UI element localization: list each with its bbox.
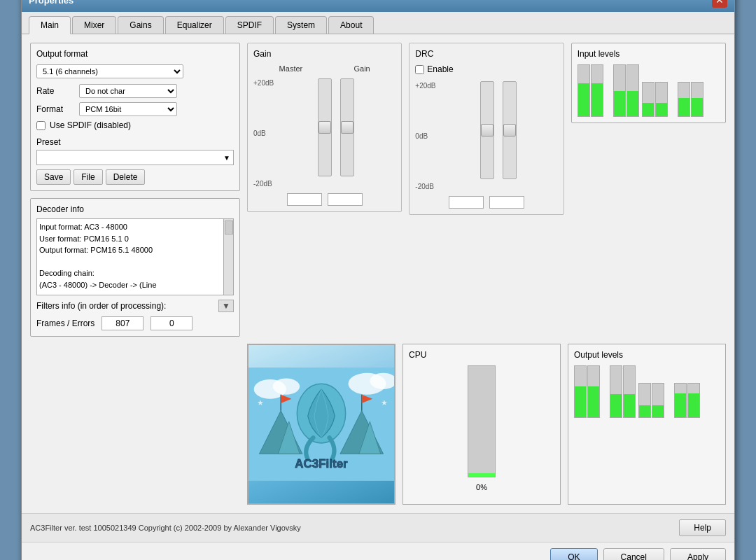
dialog-buttons: OK Cancel Apply: [22, 542, 734, 560]
decoder-line-2: User format: PCM16 5.1 0: [39, 233, 231, 245]
filters-arrow-icon[interactable]: ▼: [218, 300, 234, 312]
tab-equalizer[interactable]: Equalizer: [165, 16, 224, 34]
close-button[interactable]: ✕: [712, 0, 727, 8]
input-meter-1a: [578, 64, 590, 117]
drc-enable-label: Enable: [427, 64, 453, 74]
drc-panel: DRC Enable +20dB 0dB -20dB: [409, 43, 564, 215]
drc-value2-input[interactable]: 0: [489, 196, 524, 209]
cpu-meter: [468, 365, 496, 477]
rate-row: Rate Do not char: [36, 84, 234, 98]
help-button[interactable]: Help: [679, 519, 726, 536]
format-select[interactable]: PCM 16bit: [79, 102, 177, 116]
output-meter-2b: [623, 365, 636, 418]
save-button[interactable]: Save: [36, 169, 71, 185]
input-meter-pair-1: [578, 64, 603, 117]
input-meter-4b: [691, 82, 704, 117]
gain-title: Gain: [253, 49, 396, 59]
input-meter-2b: [626, 64, 639, 117]
decoder-line-4: [39, 256, 231, 268]
output-meter-4b: [687, 383, 700, 418]
preset-buttons: Save File Delete: [36, 169, 234, 185]
svg-point-2: [273, 379, 300, 395]
gain-db-high: +20dB: [253, 79, 274, 87]
master-value-input[interactable]: 0: [287, 193, 322, 206]
rate-select[interactable]: Do not char: [79, 84, 177, 98]
cpu-value: 0%: [409, 483, 554, 491]
frames-row: Frames / Errors 807 0: [36, 316, 234, 330]
format-row: Format PCM 16bit: [36, 102, 234, 116]
spdif-label: Use SPDIF (disabled): [50, 120, 131, 130]
drc-section: DRC Enable +20dB 0dB -20dB: [409, 43, 564, 337]
preset-section: Preset ▼ Save File Delete: [36, 137, 234, 185]
decoder-info-panel: Decoder info Input format: AC3 - 48000 U…: [30, 198, 240, 337]
tab-gains[interactable]: Gains: [118, 16, 163, 34]
gain-db-low: -20dB: [253, 180, 274, 188]
drc-slider1-track: [480, 81, 494, 179]
cpu-fill: [468, 473, 495, 477]
tab-mixer[interactable]: Mixer: [72, 16, 116, 34]
gain-db-labels: +20dB 0dB -20dB: [253, 76, 274, 188]
footer: AC3Filter ver. test 1005021349 Copyright…: [22, 513, 734, 542]
cancel-button[interactable]: Cancel: [603, 548, 664, 560]
gain-value-input[interactable]: 0: [328, 193, 363, 206]
frames-value: 807: [102, 316, 144, 330]
ac3filter-logo-svg: AC3Filter ★ ★: [248, 351, 394, 498]
tab-about[interactable]: About: [328, 16, 374, 34]
title-bar: Properties ✕: [22, 0, 734, 12]
output-levels-title: Output levels: [574, 350, 720, 360]
drc-value1-input[interactable]: 0: [449, 196, 484, 209]
drc-slider1-wrap: [480, 78, 494, 190]
cpu-title: CPU: [409, 350, 554, 360]
properties-window: Properties ✕ Main Mixer Gains Equalizer …: [21, 0, 735, 560]
drc-slider2-wrap: [503, 78, 517, 190]
spdif-row: Use SPDIF (disabled): [36, 120, 234, 130]
drc-db-mid: 0dB: [415, 132, 435, 140]
input-meter-3b: [655, 82, 668, 117]
tab-spdif[interactable]: SPDIF: [225, 16, 274, 34]
gain-slider-track: [340, 78, 354, 176]
output-format-select[interactable]: 5.1 (6 channels): [36, 64, 183, 78]
delete-button[interactable]: Delete: [106, 169, 146, 185]
drc-slider1-thumb[interactable]: [481, 124, 493, 136]
input-meter-3a: [642, 82, 654, 117]
drc-enable-checkbox[interactable]: [415, 65, 424, 74]
rate-label: Rate: [36, 86, 75, 96]
preset-label: Preset: [36, 137, 234, 147]
input-meter-1b: [591, 64, 603, 117]
input-levels-title: Input levels: [578, 49, 720, 59]
tab-system[interactable]: System: [275, 16, 327, 34]
output-meter-4a: [674, 383, 687, 418]
spdif-checkbox[interactable]: [36, 121, 46, 130]
gain-slider-thumb[interactable]: [341, 121, 354, 134]
drc-db-low: -20dB: [415, 183, 435, 190]
decoder-line-1: Input format: AC3 - 48000: [39, 221, 231, 233]
output-meter-pair-3: [638, 383, 664, 418]
window-title: Properties: [29, 0, 74, 6]
decoder-scrollbar[interactable]: [223, 219, 233, 295]
errors-value: 0: [150, 316, 192, 330]
master-label: Master: [279, 64, 303, 73]
input-levels-panel: Input levels: [571, 43, 726, 123]
output-meter-pair-4: [674, 383, 700, 418]
input-meter-pair-4: [678, 82, 704, 117]
output-meter-1a: [574, 365, 587, 418]
preset-dropdown-arrow-icon: ▼: [223, 154, 230, 162]
decoder-line-3: Output format: PCM16 5.1 48000: [39, 244, 231, 256]
decoder-text-area: Input format: AC3 - 48000 User format: P…: [36, 218, 234, 295]
svg-text:AC3Filter: AC3Filter: [295, 457, 348, 470]
copyright-text: AC3Filter ver. test 1005021349 Copyright…: [30, 524, 301, 532]
master-slider-thumb[interactable]: [318, 121, 331, 134]
gain-section: Gain Master Gain +20dB 0dB -20dB: [247, 43, 402, 337]
filters-row: Filters info (in order of processing): ▼: [36, 300, 234, 312]
file-button[interactable]: File: [74, 169, 102, 185]
ok-button[interactable]: OK: [550, 548, 597, 560]
tab-main[interactable]: Main: [29, 16, 71, 34]
drc-slider2-thumb[interactable]: [503, 124, 516, 136]
output-format-title: Output format: [36, 49, 234, 59]
output-format-panel: Output format 5.1 (6 channels) Rate Do n…: [30, 43, 240, 191]
gain-db-mid: 0dB: [253, 130, 274, 137]
gain-slider-labels: Master Gain: [253, 64, 396, 73]
gain-panel: Gain Master Gain +20dB 0dB -20dB: [247, 43, 402, 212]
apply-button[interactable]: Apply: [670, 548, 726, 560]
ac3filter-logo-image: AC3Filter ★ ★: [247, 344, 396, 505]
